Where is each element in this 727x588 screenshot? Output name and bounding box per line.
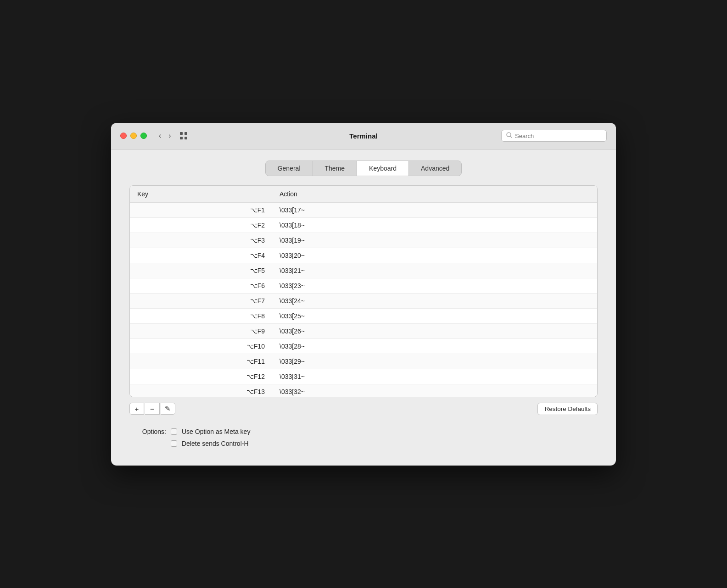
restore-defaults-button[interactable]: Restore Defaults <box>537 403 598 415</box>
tab-advanced[interactable]: Advanced <box>409 161 461 176</box>
close-button[interactable] <box>120 133 127 139</box>
cell-action: \033[32~ <box>272 384 597 397</box>
svg-rect-0 <box>180 132 183 135</box>
cell-action: \033[29~ <box>272 354 597 369</box>
edit-row-button[interactable]: ✎ <box>161 403 175 415</box>
tab-group: General Theme Keyboard Advanced <box>265 161 462 176</box>
forward-button[interactable]: › <box>166 131 173 141</box>
cell-key: ⌥F12 <box>130 369 272 384</box>
table-row[interactable]: ⌥F11\033[29~ <box>130 354 597 369</box>
content-area: General Theme Keyboard Advanced Key Acti… <box>111 150 616 466</box>
cell-action: \033[25~ <box>272 308 597 323</box>
remove-row-button[interactable]: − <box>145 403 160 415</box>
option-row-1: Options: Use Option as Meta key <box>129 428 598 435</box>
cell-key: ⌥F6 <box>130 278 272 293</box>
table-body: ⌥F1\033[17~⌥F2\033[18~⌥F3\033[19~⌥F4\033… <box>130 202 597 397</box>
cell-key: ⌥F10 <box>130 338 272 354</box>
search-input[interactable] <box>515 133 602 139</box>
cell-key: ⌥F8 <box>130 308 272 323</box>
table-row[interactable]: ⌥F2\033[18~ <box>130 217 597 233</box>
terminal-window: ‹ › Terminal <box>111 123 616 466</box>
meta-key-label: Use Option as Meta key <box>182 428 250 435</box>
control-h-label: Delete sends Control-H <box>182 440 249 447</box>
svg-rect-3 <box>185 137 187 139</box>
column-header-key: Key <box>130 186 272 203</box>
toolbar-left: + − ✎ <box>129 403 175 415</box>
options-section: Options: Use Option as Meta key Delete s… <box>129 422 598 447</box>
keybinding-table: Key Action ⌥F1\033[17~⌥F2\033[18~⌥F3\033… <box>130 186 597 397</box>
table-row[interactable]: ⌥F13\033[32~ <box>130 384 597 397</box>
cell-action: \033[28~ <box>272 338 597 354</box>
meta-key-checkbox[interactable] <box>171 428 177 435</box>
table-toolbar: + − ✎ Restore Defaults <box>129 397 598 422</box>
add-row-button[interactable]: + <box>129 403 144 415</box>
column-header-action: Action <box>272 186 597 203</box>
cell-key: ⌥F3 <box>130 233 272 248</box>
keybinding-table-container[interactable]: Key Action ⌥F1\033[17~⌥F2\033[18~⌥F3\033… <box>130 186 597 397</box>
cell-action: \033[31~ <box>272 369 597 384</box>
cell-key: ⌥F1 <box>130 202 272 217</box>
table-row[interactable]: ⌥F4\033[20~ <box>130 248 597 263</box>
cell-key: ⌥F5 <box>130 263 272 278</box>
traffic-lights <box>120 133 147 139</box>
maximize-button[interactable] <box>140 133 147 139</box>
cell-key: ⌥F9 <box>130 323 272 338</box>
table-row[interactable]: ⌥F8\033[25~ <box>130 308 597 323</box>
table-row[interactable]: ⌥F10\033[28~ <box>130 338 597 354</box>
cell-action: \033[19~ <box>272 233 597 248</box>
svg-rect-1 <box>185 132 187 135</box>
tab-theme[interactable]: Theme <box>313 161 358 176</box>
tab-keyboard[interactable]: Keyboard <box>357 161 409 176</box>
table-row[interactable]: ⌥F5\033[21~ <box>130 263 597 278</box>
table-row[interactable]: ⌥F12\033[31~ <box>130 369 597 384</box>
cell-action: \033[26~ <box>272 323 597 338</box>
cell-key: ⌥F2 <box>130 217 272 233</box>
svg-rect-2 <box>180 137 183 139</box>
table-row[interactable]: ⌥F9\033[26~ <box>130 323 597 338</box>
cell-action: \033[18~ <box>272 217 597 233</box>
cell-action: \033[24~ <box>272 293 597 308</box>
svg-line-5 <box>510 136 512 138</box>
cell-action: \033[21~ <box>272 263 597 278</box>
search-box <box>501 130 607 142</box>
cell-action: \033[23~ <box>272 278 597 293</box>
minimize-button[interactable] <box>130 133 137 139</box>
cell-action: \033[17~ <box>272 202 597 217</box>
window-title: Terminal <box>349 132 377 140</box>
cell-key: ⌥F7 <box>130 293 272 308</box>
table-row[interactable]: ⌥F7\033[24~ <box>130 293 597 308</box>
tab-bar: General Theme Keyboard Advanced <box>129 161 598 176</box>
tab-general[interactable]: General <box>266 161 313 176</box>
nav-buttons: ‹ › <box>156 131 188 141</box>
grid-button[interactable] <box>179 131 188 141</box>
table-row[interactable]: ⌥F1\033[17~ <box>130 202 597 217</box>
table-row[interactable]: ⌥F6\033[23~ <box>130 278 597 293</box>
cell-key: ⌥F13 <box>130 384 272 397</box>
back-button[interactable]: ‹ <box>156 131 164 141</box>
cell-key: ⌥F11 <box>130 354 272 369</box>
options-label: Options: <box>129 428 166 435</box>
cell-action: \033[20~ <box>272 248 597 263</box>
option-row-2: Delete sends Control-H <box>171 440 598 447</box>
titlebar: ‹ › Terminal <box>111 123 616 150</box>
cell-key: ⌥F4 <box>130 248 272 263</box>
table-row[interactable]: ⌥F3\033[19~ <box>130 233 597 248</box>
search-icon <box>506 132 512 139</box>
control-h-checkbox[interactable] <box>171 440 177 447</box>
keyboard-panel: Key Action ⌥F1\033[17~⌥F2\033[18~⌥F3\033… <box>129 185 598 397</box>
table-header-row: Key Action <box>130 186 597 203</box>
